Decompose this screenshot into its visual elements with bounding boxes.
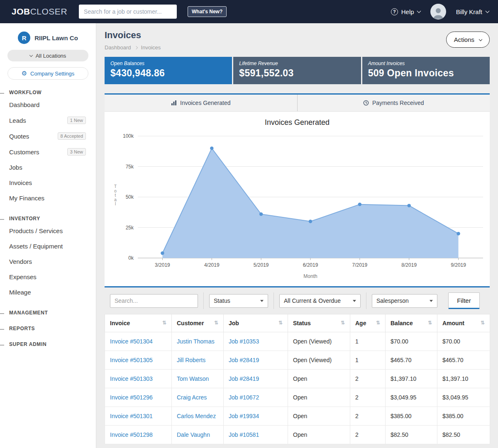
col-header-invoice[interactable]: Invoice <box>105 314 172 332</box>
sidebar-item-customers[interactable]: Customers 3 New <box>0 144 96 160</box>
stat-card-lifetime-revenue: Lifetime Revenue $591,552.03 <box>233 57 361 84</box>
nav-label: Assets / Equipment <box>9 243 63 250</box>
page-title: Invoices <box>105 30 161 41</box>
sidebar-item-dashboard[interactable]: Dashboard <box>0 97 96 112</box>
global-search-input[interactable] <box>79 5 177 19</box>
current-overdue-select[interactable]: All Current & Overdue <box>279 294 361 308</box>
salesperson-select[interactable]: Salesperson <box>372 294 437 308</box>
col-header-balance[interactable]: Balance <box>386 314 437 332</box>
sidebar-item-leads[interactable]: Leads 1 New <box>0 112 96 128</box>
dropdown-arrow-icon <box>430 300 433 302</box>
sidebar-item-expenses[interactable]: Expenses <box>0 269 96 285</box>
sidebar-item-assets-equipment[interactable]: Assets / Equipment <box>0 239 96 254</box>
company-header[interactable]: R RIIPL Lawn Co <box>0 23 96 49</box>
balance-cell: $385.00 <box>386 407 437 426</box>
sort-icon[interactable] <box>376 320 380 326</box>
app-logo[interactable]: JOBCLOSER <box>12 7 67 17</box>
tab-invoices-generated[interactable]: Invoices Generated <box>105 95 297 111</box>
col-header-customer[interactable]: Customer <box>172 314 224 332</box>
avatar[interactable] <box>430 4 446 19</box>
chevron-down-icon <box>417 9 421 13</box>
invoice-link[interactable]: Invoice #501304 <box>110 338 153 345</box>
table-row: Invoice #501305 Jill Roberts Job #28419 … <box>105 351 490 370</box>
invoice-cell: Invoice #501304 <box>105 332 172 351</box>
customer-cell: Carlos Mendez <box>172 407 224 426</box>
sidebar-item-my-finances[interactable]: My Finances <box>0 190 96 206</box>
status-cell: Open (Viewed) <box>288 351 350 370</box>
company-settings-label: Company Settings <box>30 71 74 77</box>
invoice-link[interactable]: Invoice #501301 <box>110 413 153 419</box>
company-name: RIIPL Lawn Co <box>34 34 78 41</box>
sort-icon[interactable] <box>428 320 432 326</box>
nav-label: My Finances <box>9 195 44 202</box>
filter-button[interactable]: Filter <box>448 292 480 309</box>
sort-icon[interactable] <box>162 320 166 326</box>
stat-value: $591,552.03 <box>239 68 355 79</box>
invoice-link[interactable]: Invoice #501303 <box>110 375 153 382</box>
job-link[interactable]: Job #28419 <box>229 375 259 382</box>
nav-section-super-admin[interactable]: SUPER ADMIN <box>0 341 96 347</box>
sidebar-item-jobs[interactable]: Jobs <box>0 160 96 175</box>
customer-cell: Tom Watson <box>172 370 224 388</box>
customer-link[interactable]: Tom Watson <box>177 375 209 382</box>
job-link[interactable]: Job #19934 <box>229 413 259 419</box>
logo-text-bold: JOB <box>12 7 30 16</box>
invoice-cell: Invoice #501301 <box>105 407 172 426</box>
col-header-age[interactable]: Age <box>350 314 386 332</box>
col-label: Amount <box>442 320 464 326</box>
gear-icon <box>22 70 27 77</box>
customer-link[interactable]: Jill Roberts <box>177 357 205 363</box>
invoice-link[interactable]: Invoice #501296 <box>110 394 153 401</box>
customer-link[interactable]: Carlos Mendez <box>177 413 216 419</box>
user-menu[interactable]: Billy Kraft <box>456 8 489 15</box>
job-link[interactable]: Job #10672 <box>229 394 259 401</box>
nav-section-management[interactable]: MANAGEMENT <box>0 310 96 316</box>
filter-group-current-overdue: All Current & Overdue <box>273 292 366 309</box>
filter-group-salesperson: Salesperson <box>366 292 443 309</box>
invoices-table: Invoice Customer Job Status Age Balance … <box>105 314 490 444</box>
col-label: Invoice <box>110 320 130 326</box>
table-row: Invoice #501303 Tom Watson Job #28419 Op… <box>105 370 490 388</box>
age-cell: 1 <box>350 332 386 351</box>
svg-text:25k: 25k <box>126 225 134 231</box>
sidebar-item-quotes[interactable]: Quotes 8 Accepted <box>0 128 96 144</box>
customer-link[interactable]: Dale Vaughn <box>177 431 210 438</box>
tab-payments-received[interactable]: Payments Received <box>297 95 490 111</box>
invoice-link[interactable]: Invoice #501298 <box>110 431 153 438</box>
company-settings-button[interactable]: Company Settings <box>7 67 88 80</box>
status-select-value: Status <box>214 297 230 304</box>
invoice-link[interactable]: Invoice #501305 <box>110 357 153 363</box>
table-header-row: Invoice Customer Job Status Age Balance … <box>105 314 490 332</box>
sort-icon[interactable] <box>481 320 485 326</box>
col-header-amount[interactable]: Amount <box>437 314 490 332</box>
balance-cell: $82.50 <box>386 426 437 444</box>
sort-icon[interactable] <box>214 320 218 326</box>
whats-new-button[interactable]: What's New? <box>188 6 227 17</box>
sidebar-item-products-services[interactable]: Products / Services <box>0 223 96 239</box>
invoices-generated-chart[interactable]: 0k25k50k75k100k3/20194/20195/20196/20197… <box>105 129 490 284</box>
age-cell: 2 <box>350 407 386 426</box>
sidebar-item-mileage[interactable]: Mileage <box>0 285 96 300</box>
balance-cell: $3,049.95 <box>386 388 437 407</box>
table-search-input[interactable] <box>110 294 198 308</box>
sidebar-item-vendors[interactable]: Vendors <box>0 254 96 269</box>
job-link[interactable]: Job #10581 <box>229 431 259 438</box>
svg-text:7/2019: 7/2019 <box>352 262 368 268</box>
sort-icon[interactable] <box>278 320 283 326</box>
breadcrumb-dashboard[interactable]: Dashboard <box>105 44 131 51</box>
status-select[interactable]: Status <box>209 294 268 308</box>
sort-icon[interactable] <box>341 320 345 326</box>
job-link[interactable]: Job #10353 <box>229 338 259 345</box>
job-link[interactable]: Job #28419 <box>229 357 259 363</box>
customer-link[interactable]: Justin Thomas <box>177 338 215 345</box>
actions-button[interactable]: Actions <box>446 32 490 48</box>
locations-dropdown[interactable]: All Locations <box>7 50 88 61</box>
customer-link[interactable]: Craig Acres <box>177 394 207 401</box>
col-header-job[interactable]: Job <box>224 314 288 332</box>
nav-section-reports[interactable]: REPORTS <box>0 326 96 331</box>
help-menu[interactable]: Help <box>391 8 420 15</box>
filter-group-status: Status <box>203 292 273 309</box>
col-header-status[interactable]: Status <box>288 314 350 332</box>
sidebar-item-invoices[interactable]: Invoices <box>0 175 96 190</box>
stat-cards: Open Balances $430,948.86 Lifetime Reven… <box>105 57 490 84</box>
